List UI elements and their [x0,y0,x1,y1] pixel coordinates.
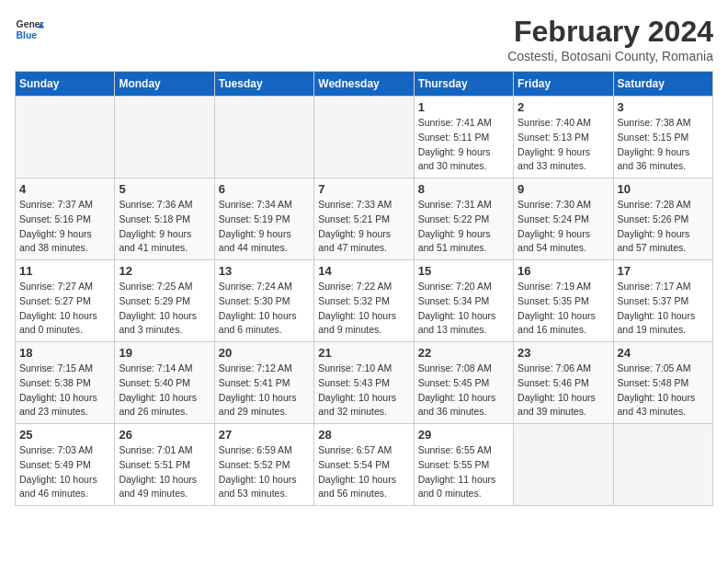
calendar-cell [16,97,115,178]
day-number: 21 [318,346,409,360]
day-info: Sunrise: 7:34 AM Sunset: 5:19 PM Dayligh… [219,198,310,256]
calendar-week-row: 11Sunrise: 7:27 AM Sunset: 5:27 PM Dayli… [16,260,713,342]
day-number: 20 [219,346,310,360]
day-info: Sunrise: 7:31 AM Sunset: 5:22 PM Dayligh… [418,198,509,256]
day-number: 11 [19,264,110,278]
month-title: February 2024 [507,15,713,49]
day-number: 26 [119,428,210,442]
day-info: Sunrise: 7:08 AM Sunset: 5:45 PM Dayligh… [418,362,509,419]
day-info: Sunrise: 7:05 AM Sunset: 5:48 PM Dayligh… [618,362,709,419]
calendar-cell: 9Sunrise: 7:30 AM Sunset: 5:24 PM Daylig… [514,178,613,260]
day-number: 17 [618,264,709,278]
day-number: 8 [418,182,509,196]
day-number: 3 [618,100,709,114]
calendar-cell: 23Sunrise: 7:06 AM Sunset: 5:46 PM Dayli… [514,342,613,424]
calendar-cell: 7Sunrise: 7:33 AM Sunset: 5:21 PM Daylig… [314,178,414,260]
calendar-cell: 27Sunrise: 6:59 AM Sunset: 5:52 PM Dayli… [214,424,313,506]
day-info: Sunrise: 7:24 AM Sunset: 5:30 PM Dayligh… [219,280,310,338]
calendar-cell [514,424,613,506]
calendar-cell: 24Sunrise: 7:05 AM Sunset: 5:48 PM Dayli… [613,342,712,424]
calendar-cell: 5Sunrise: 7:36 AM Sunset: 5:18 PM Daylig… [115,178,214,260]
day-number: 9 [518,182,609,196]
calendar-cell: 18Sunrise: 7:15 AM Sunset: 5:38 PM Dayli… [16,342,115,424]
calendar-cell: 13Sunrise: 7:24 AM Sunset: 5:30 PM Dayli… [214,260,313,342]
calendar-cell: 26Sunrise: 7:01 AM Sunset: 5:51 PM Dayli… [115,424,214,506]
day-info: Sunrise: 7:03 AM Sunset: 5:49 PM Dayligh… [19,443,110,501]
calendar-cell: 6Sunrise: 7:34 AM Sunset: 5:19 PM Daylig… [214,178,313,260]
calendar-cell: 8Sunrise: 7:31 AM Sunset: 5:22 PM Daylig… [414,178,513,260]
calendar-cell: 1Sunrise: 7:41 AM Sunset: 5:11 PM Daylig… [414,97,513,178]
day-info: Sunrise: 6:57 AM Sunset: 5:54 PM Dayligh… [318,443,409,501]
day-number: 18 [19,346,110,360]
calendar-cell: 4Sunrise: 7:37 AM Sunset: 5:16 PM Daylig… [16,178,115,260]
day-number: 24 [618,346,709,360]
day-info: Sunrise: 7:38 AM Sunset: 5:15 PM Dayligh… [618,116,709,174]
day-number: 5 [119,182,210,196]
calendar-cell: 14Sunrise: 7:22 AM Sunset: 5:32 PM Dayli… [314,260,414,342]
calendar-week-row: 4Sunrise: 7:37 AM Sunset: 5:16 PM Daylig… [16,178,713,260]
day-info: Sunrise: 6:59 AM Sunset: 5:52 PM Dayligh… [219,443,310,501]
day-info: Sunrise: 7:19 AM Sunset: 5:35 PM Dayligh… [518,280,609,338]
day-number: 1 [418,100,509,114]
calendar-week-row: 18Sunrise: 7:15 AM Sunset: 5:38 PM Dayli… [16,342,713,424]
day-info: Sunrise: 7:06 AM Sunset: 5:46 PM Dayligh… [518,362,609,419]
col-header-wednesday: Wednesday [314,72,414,97]
calendar-cell [314,97,414,178]
col-header-thursday: Thursday [414,72,513,97]
day-info: Sunrise: 7:15 AM Sunset: 5:38 PM Dayligh… [19,362,110,419]
day-info: Sunrise: 7:20 AM Sunset: 5:34 PM Dayligh… [418,280,509,338]
calendar-cell [214,97,313,178]
day-number: 6 [219,182,310,196]
day-number: 22 [418,346,509,360]
day-info: Sunrise: 7:37 AM Sunset: 5:16 PM Dayligh… [19,198,110,256]
day-info: Sunrise: 7:27 AM Sunset: 5:27 PM Dayligh… [19,280,110,338]
calendar-table: SundayMondayTuesdayWednesdayThursdayFrid… [15,71,713,506]
col-header-monday: Monday [115,72,214,97]
calendar-cell: 15Sunrise: 7:20 AM Sunset: 5:34 PM Dayli… [414,260,513,342]
day-number: 2 [518,100,609,114]
day-number: 14 [318,264,409,278]
day-info: Sunrise: 7:28 AM Sunset: 5:26 PM Dayligh… [618,198,709,256]
calendar-week-row: 25Sunrise: 7:03 AM Sunset: 5:49 PM Dayli… [16,424,713,506]
calendar-cell: 10Sunrise: 7:28 AM Sunset: 5:26 PM Dayli… [613,178,712,260]
calendar-cell: 12Sunrise: 7:25 AM Sunset: 5:29 PM Dayli… [115,260,214,342]
calendar-cell: 17Sunrise: 7:17 AM Sunset: 5:37 PM Dayli… [613,260,712,342]
calendar-cell: 20Sunrise: 7:12 AM Sunset: 5:41 PM Dayli… [214,342,313,424]
day-number: 27 [219,428,310,442]
logo: General Blue [15,15,44,44]
page-header: General Blue February 2024 Costesti, Bot… [15,15,713,63]
calendar-cell: 21Sunrise: 7:10 AM Sunset: 5:43 PM Dayli… [314,342,414,424]
day-info: Sunrise: 7:36 AM Sunset: 5:18 PM Dayligh… [119,198,210,256]
day-info: Sunrise: 7:33 AM Sunset: 5:21 PM Dayligh… [318,198,409,256]
calendar-cell: 2Sunrise: 7:40 AM Sunset: 5:13 PM Daylig… [514,97,613,178]
day-info: Sunrise: 7:01 AM Sunset: 5:51 PM Dayligh… [119,443,210,501]
day-number: 19 [119,346,210,360]
col-header-sunday: Sunday [16,72,115,97]
calendar-cell: 22Sunrise: 7:08 AM Sunset: 5:45 PM Dayli… [414,342,513,424]
day-number: 25 [19,428,110,442]
day-number: 4 [19,182,110,196]
calendar-cell [115,97,214,178]
svg-text:Blue: Blue [17,30,38,40]
day-number: 16 [518,264,609,278]
title-area: February 2024 Costesti, Botosani County,… [507,15,713,63]
calendar-week-row: 1Sunrise: 7:41 AM Sunset: 5:11 PM Daylig… [16,97,713,178]
location-subtitle: Costesti, Botosani County, Romania [507,49,713,63]
day-number: 12 [119,264,210,278]
day-info: Sunrise: 7:10 AM Sunset: 5:43 PM Dayligh… [318,362,409,419]
day-info: Sunrise: 7:22 AM Sunset: 5:32 PM Dayligh… [318,280,409,338]
calendar-cell: 3Sunrise: 7:38 AM Sunset: 5:15 PM Daylig… [613,97,712,178]
calendar-cell: 19Sunrise: 7:14 AM Sunset: 5:40 PM Dayli… [115,342,214,424]
calendar-cell: 16Sunrise: 7:19 AM Sunset: 5:35 PM Dayli… [514,260,613,342]
day-number: 10 [618,182,709,196]
day-info: Sunrise: 7:12 AM Sunset: 5:41 PM Dayligh… [219,362,310,419]
calendar-cell: 11Sunrise: 7:27 AM Sunset: 5:27 PM Dayli… [16,260,115,342]
day-number: 28 [318,428,409,442]
calendar-header-row: SundayMondayTuesdayWednesdayThursdayFrid… [16,72,713,97]
calendar-cell: 29Sunrise: 6:55 AM Sunset: 5:55 PM Dayli… [414,424,513,506]
col-header-friday: Friday [514,72,613,97]
col-header-saturday: Saturday [613,72,712,97]
day-info: Sunrise: 7:17 AM Sunset: 5:37 PM Dayligh… [618,280,709,338]
day-number: 7 [318,182,409,196]
col-header-tuesday: Tuesday [214,72,313,97]
